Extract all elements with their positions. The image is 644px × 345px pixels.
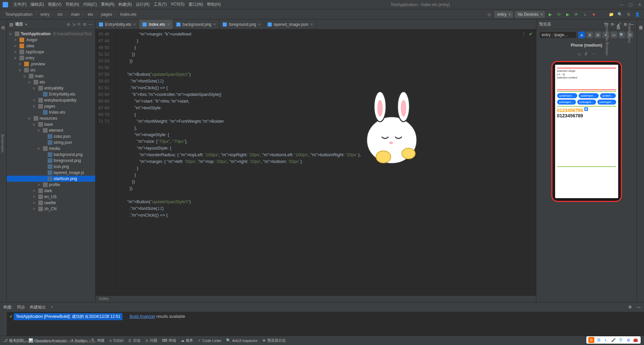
menu-item[interactable]: 导航(N) (65, 2, 79, 7)
project-tree[interactable]: vTestApplicationE:\nana\Desktop\Test>.hv… (7, 30, 95, 302)
back-icon[interactable]: ◁ (577, 52, 580, 56)
status-item[interactable]: ⌨终端 (162, 338, 176, 343)
status-item[interactable]: 🗒日志 (128, 338, 141, 343)
coverage-icon[interactable]: ▶ (564, 11, 571, 18)
status-item[interactable]: ✓Code Linter (198, 338, 221, 343)
run-icon[interactable]: ▶ (547, 11, 553, 18)
tree-item[interactable]: vmedia (7, 146, 95, 152)
build-analyzer-link[interactable]: Build Analyzer (130, 314, 155, 319)
menu-item[interactable]: 窗口(W) (189, 2, 203, 7)
tree-item[interactable]: string.json (7, 139, 95, 146)
grid-icon[interactable]: ⊞ (594, 32, 601, 38)
tree-item[interactable]: foreground.png (7, 158, 95, 164)
search-icon[interactable]: 🔍 (616, 11, 623, 18)
expand-icon[interactable]: ⇲ (72, 22, 75, 27)
stop-icon[interactable]: ■ (590, 11, 597, 18)
user-icon[interactable]: 👤 (634, 11, 641, 18)
tree-item[interactable]: >profile (7, 182, 95, 188)
right-strip-item[interactable]: 使用成务体验 (638, 23, 643, 299)
refresh-icon[interactable]: ⟳ (611, 22, 614, 27)
target-icon[interactable]: ◎ (486, 11, 492, 18)
collapse-icon[interactable]: ⇱ (77, 22, 81, 27)
menu-item[interactable]: 文件(F) (13, 2, 26, 7)
editor-tab[interactable]: background.png× (173, 19, 219, 29)
tree-item[interactable]: startIcon.png (7, 176, 95, 182)
tree-item[interactable]: >en_US (7, 194, 95, 200)
tree-item[interactable]: >rawfile (7, 200, 95, 206)
ime-lang-icon[interactable]: 英 (596, 337, 602, 343)
preview-button[interactable]: updateSpanStyle2 (579, 93, 599, 98)
status-item[interactable]: ☁服务 (181, 338, 193, 343)
minimize-icon[interactable]: — (620, 2, 624, 7)
menu-item[interactable]: 视图(V) (48, 2, 61, 7)
preview-button[interactable]: updateSpanS (600, 93, 616, 98)
settings-icon[interactable]: ⚙ (83, 22, 87, 27)
status-item[interactable]: 👁预览器日志 (262, 338, 286, 343)
gear-icon[interactable]: ⚙ (625, 11, 632, 18)
menu-item[interactable]: 运行(R) (136, 2, 150, 7)
menu-item[interactable]: 构建(B) (118, 2, 132, 7)
tree-item[interactable]: color.json (7, 133, 95, 139)
layers-icon[interactable]: ≣ (586, 32, 593, 38)
tree-item[interactable]: vpages (7, 103, 95, 109)
tree-item[interactable]: vbase (7, 121, 95, 127)
tree-root[interactable]: vTestApplicationE:\nana\Desktop\Test (7, 31, 95, 37)
menu-item[interactable]: 重构(R) (101, 2, 115, 7)
device-select[interactable]: No Devices (515, 11, 545, 18)
bookmarks-strip[interactable]: Bookmarks (1, 134, 5, 153)
ime-tool-icon[interactable]: 🧰 (633, 337, 639, 343)
debug-icon[interactable]: ⟲ (555, 11, 562, 18)
tree-item[interactable]: icon.png (7, 164, 95, 170)
breadcrumb-item[interactable]: TestApplication (5, 12, 33, 17)
tree-item[interactable]: >entrybackupability (7, 97, 95, 103)
build-status-line[interactable]: TestApplication [PreviewBuild]: 成功的 在202… (14, 313, 122, 320)
gear-icon[interactable]: ⚙ (624, 22, 627, 27)
editor-tab[interactable]: layered_image.json× (264, 19, 317, 29)
ime-mic-icon[interactable]: 🎤 (610, 337, 616, 343)
menu-item[interactable]: 代码(C) (83, 2, 97, 7)
output-tab[interactable]: 构建输出 (30, 304, 46, 310)
gear-icon[interactable]: ⚙ (628, 305, 632, 309)
right-tool-strip[interactable]: 使用成务体验Notifications预览器Device File Browse… (637, 19, 644, 302)
breadcrumb-item[interactable]: pages (101, 12, 112, 17)
editor-breadcrumb[interactable]: Index (96, 295, 536, 302)
phone-screen[interactable]: selection range: [-1, -1] selection cont… (555, 65, 618, 198)
preview-entry[interactable]: entry : /page... (540, 32, 576, 38)
tree-item[interactable]: velement (7, 127, 95, 133)
tree-item[interactable]: vmain (7, 73, 95, 79)
more-dots-icon[interactable]: ⋯ (592, 52, 596, 56)
tree-item[interactable]: vsrc (7, 67, 95, 73)
build-tab[interactable]: 构建: (3, 304, 12, 310)
preview-button[interactable]: addImageSpan3 (597, 100, 616, 105)
tree-item[interactable]: vets (7, 79, 95, 85)
menu-item[interactable]: 编辑(E) (31, 2, 44, 7)
status-item[interactable]: 🔍ArkUI Inspector (226, 338, 258, 343)
breadcrumb-item[interactable]: ets (88, 12, 93, 17)
tree-item[interactable]: layered_image.js (7, 170, 95, 176)
status-item[interactable]: ⚠问题 (145, 338, 157, 343)
inspect-icon[interactable]: ◈ (578, 32, 585, 38)
minimize-icon[interactable]: — (637, 305, 641, 309)
editor-tab[interactable]: Index.ets× (139, 19, 173, 29)
folder-icon[interactable]: 📁 (608, 11, 614, 18)
tree-item[interactable]: vresources (7, 115, 95, 121)
close-icon[interactable]: ✕ (638, 2, 641, 7)
preview-button[interactable]: updateSpanStyle1 (557, 93, 577, 98)
tree-item[interactable]: ventryability (7, 85, 95, 91)
editor-tab[interactable]: foreground.png× (219, 19, 264, 29)
more-icon[interactable]: ⋮ (522, 32, 526, 37)
rerun-icon[interactable]: ⟳ (573, 11, 580, 18)
hide-icon[interactable]: — (89, 22, 93, 27)
tree-item[interactable]: >zh_CN (7, 206, 95, 212)
breadcrumb-item[interactable]: src (57, 12, 63, 17)
preview-button[interactable]: addImageSpan2 (577, 100, 596, 105)
editor-tab[interactable]: EntryAbility.ets× (96, 19, 139, 29)
sync-tab[interactable]: 同步 (17, 304, 25, 310)
tree-item[interactable]: >.idea (7, 43, 95, 49)
locate-icon[interactable]: ⊕ (67, 22, 70, 27)
run-config-select[interactable]: entry (494, 11, 513, 18)
left-tool-strip[interactable]: 结构 (0, 19, 7, 302)
status-item[interactable]: ≡TODO (109, 338, 123, 343)
menu-item[interactable]: 帮助(H) (207, 2, 221, 7)
maximize-icon[interactable]: ▢ (629, 2, 633, 7)
